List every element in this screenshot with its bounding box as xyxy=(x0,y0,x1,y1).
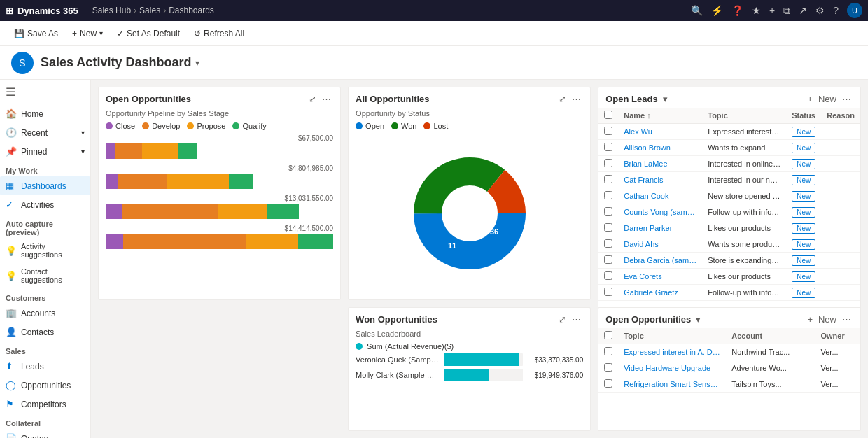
open-opp-bottom-more-btn[interactable]: ⋯ xyxy=(840,313,853,325)
star-icon[interactable]: ★ xyxy=(752,5,761,16)
opp-td-checkbox-0[interactable] xyxy=(598,344,618,360)
app-logo[interactable]: ⊞ Dynamics 365 xyxy=(6,6,78,16)
sidebar-item-pinned[interactable]: 📌 Pinned ▾ xyxy=(0,142,90,161)
open-opp-bottom-new-btn[interactable]: New xyxy=(816,313,839,325)
td-name-2[interactable]: Brian LaMee xyxy=(618,156,702,172)
row-checkbox-4[interactable] xyxy=(604,191,612,199)
new-button[interactable]: + New ▾ xyxy=(66,26,108,41)
hamburger-button[interactable]: ☰ xyxy=(0,80,90,104)
td-checkbox-2[interactable] xyxy=(598,156,618,172)
sidebar-item-dashboards[interactable]: ▦ Dashboards xyxy=(0,176,90,195)
page-title-chevron-icon[interactable]: ▾ xyxy=(195,58,200,68)
opp-row-checkbox-2[interactable] xyxy=(604,379,612,388)
all-opp-more-btn[interactable]: ⋯ xyxy=(570,93,583,105)
refresh-button[interactable]: ↺ Refresh All xyxy=(188,26,250,41)
status-badge-8: New xyxy=(792,255,816,266)
filter-icon[interactable]: ⧉ xyxy=(783,5,790,17)
row-checkbox-5[interactable] xyxy=(604,207,612,216)
td-name-1[interactable]: Allison Brown xyxy=(618,140,702,156)
open-leads-chevron-btn[interactable]: ▾ xyxy=(661,93,670,105)
row-checkbox-6[interactable] xyxy=(604,223,612,232)
td-name-7[interactable]: David Ahs xyxy=(618,236,702,253)
row-checkbox-7[interactable] xyxy=(604,239,612,248)
row-checkbox-8[interactable] xyxy=(604,255,612,264)
sidebar-item-accounts[interactable]: 🏢 Accounts xyxy=(0,304,90,323)
sidebar-item-leads[interactable]: ⬆ Leads xyxy=(0,357,90,376)
opp-td-topic-1[interactable]: Video Hardware Upgrade xyxy=(618,360,726,376)
td-reason-7 xyxy=(821,236,860,253)
help2-icon[interactable]: ? xyxy=(833,5,839,16)
open-opp-expand-btn[interactable]: ⤢ xyxy=(307,93,318,105)
open-leads-new-btn[interactable]: New xyxy=(816,93,839,105)
td-checkbox-9[interactable] xyxy=(598,269,618,285)
sidebar-item-activities[interactable]: ✓ Activities xyxy=(0,195,90,214)
copilot-icon[interactable]: ⚡ xyxy=(711,5,723,16)
set-default-button[interactable]: ✓ Set As Default xyxy=(111,26,186,41)
sidebar-label-activities: Activities xyxy=(21,200,54,210)
row-checkbox-3[interactable] xyxy=(604,175,612,183)
td-name-9[interactable]: Eva Corets xyxy=(618,269,702,285)
row-checkbox-2[interactable] xyxy=(604,159,612,167)
td-checkbox-3[interactable] xyxy=(598,172,618,188)
td-checkbox-7[interactable] xyxy=(598,236,618,253)
opp-row-checkbox-0[interactable] xyxy=(604,347,612,355)
td-checkbox-8[interactable] xyxy=(598,253,618,269)
won-opp-more-btn[interactable]: ⋯ xyxy=(570,313,583,325)
opp-td-account-1: Adventure Wo... xyxy=(726,360,815,376)
td-name-6[interactable]: Darren Parker xyxy=(618,220,702,236)
won-opp-expand-btn[interactable]: ⤢ xyxy=(556,313,568,325)
open-leads-plus-btn[interactable]: + xyxy=(805,93,815,105)
opp-td-topic-0[interactable]: Expressed interest in A. Datum X line of… xyxy=(618,344,726,360)
breadcrumb-sales-hub[interactable]: Sales Hub xyxy=(92,6,131,15)
row-checkbox-9[interactable] xyxy=(604,271,612,280)
sidebar-item-activity-suggestions[interactable]: 💡 Activity suggestions xyxy=(0,238,90,263)
opp-td-topic-2[interactable]: Refrigeration Smart Sensors xyxy=(618,376,726,393)
open-opp-bottom-chevron-btn[interactable]: ▾ xyxy=(694,313,703,325)
row-checkbox-10[interactable] xyxy=(604,288,612,296)
help-icon[interactable]: ❓ xyxy=(732,5,743,16)
td-name-0[interactable]: Alex Wu xyxy=(618,124,702,140)
th-name[interactable]: Name ↑ xyxy=(618,108,702,124)
td-name-3[interactable]: Cat Francis xyxy=(618,172,702,188)
breadcrumb-dashboards[interactable]: Dashboards xyxy=(169,6,214,15)
td-name-8[interactable]: Debra Garcia (sample) xyxy=(618,253,702,269)
td-checkbox-5[interactable] xyxy=(598,204,618,220)
sidebar-item-contact-suggestions[interactable]: 💡 Contact suggestions xyxy=(0,263,90,288)
breadcrumb-sales[interactable]: Sales xyxy=(139,6,160,15)
open-leads-more-btn[interactable]: ⋯ xyxy=(840,93,853,105)
td-checkbox-10[interactable] xyxy=(598,285,618,301)
won-opp-subtitle: Sales Leaderboard xyxy=(349,328,590,341)
share-icon[interactable]: ↗ xyxy=(799,5,807,16)
td-name-10[interactable]: Gabriele Graetz xyxy=(618,285,702,301)
th-topic[interactable]: Topic xyxy=(702,108,786,124)
select-all-checkbox[interactable] xyxy=(604,111,612,119)
open-opp-more-btn[interactable]: ⋯ xyxy=(320,93,333,105)
td-checkbox-1[interactable] xyxy=(598,140,618,156)
td-checkbox-0[interactable] xyxy=(598,124,618,140)
td-checkbox-6[interactable] xyxy=(598,220,618,236)
sidebar-item-competitors[interactable]: ⚑ Competitors xyxy=(0,395,90,414)
user-icon[interactable]: U xyxy=(847,3,862,18)
opp-td-checkbox-1[interactable] xyxy=(598,360,618,376)
plus-icon[interactable]: + xyxy=(769,5,775,16)
won-opp-actions: ⤢ ⋯ xyxy=(556,313,583,325)
row-checkbox-1[interactable] xyxy=(604,143,612,151)
row-checkbox-0[interactable] xyxy=(604,127,612,135)
save-as-button[interactable]: 💾 Save As xyxy=(8,26,64,41)
contact-suggestions-icon: 💡 xyxy=(6,271,17,281)
search-icon[interactable]: 🔍 xyxy=(691,5,703,16)
td-name-4[interactable]: Cathan Cook xyxy=(618,188,702,204)
opp-td-checkbox-2[interactable] xyxy=(598,376,618,393)
sidebar-item-home[interactable]: 🏠 Home xyxy=(0,104,90,123)
open-opp-bottom-plus-btn[interactable]: + xyxy=(805,313,815,325)
td-checkbox-4[interactable] xyxy=(598,188,618,204)
sidebar-item-quotes[interactable]: 📄 Quotes xyxy=(0,429,90,438)
opp-row-checkbox-1[interactable] xyxy=(604,363,612,372)
sidebar-item-contacts[interactable]: 👤 Contacts xyxy=(0,323,90,341)
opp-select-all[interactable] xyxy=(604,331,612,339)
sidebar-item-opportunities[interactable]: ◯ Opportunities xyxy=(0,376,90,395)
td-name-5[interactable]: Counts Vong (sample) xyxy=(618,204,702,220)
all-opp-expand-btn[interactable]: ⤢ xyxy=(556,93,568,105)
sidebar-item-recent[interactable]: 🕐 Recent ▾ xyxy=(0,123,90,142)
settings-icon[interactable]: ⚙ xyxy=(816,5,825,16)
